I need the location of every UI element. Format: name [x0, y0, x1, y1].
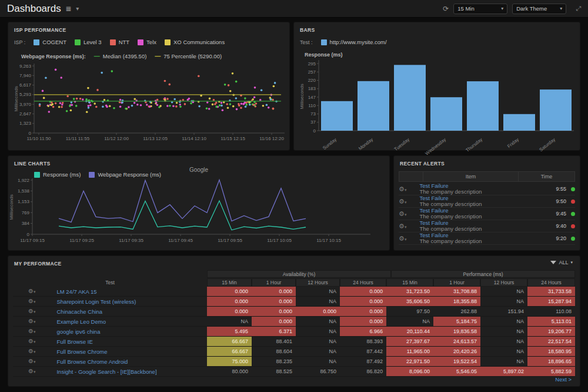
interval-value: 15 Min — [457, 5, 475, 12]
table-row[interactable]: ⚙▾Full Browse Chrome Android75.00088.235… — [13, 357, 575, 367]
legend-item[interactable]: NTT — [110, 39, 129, 45]
value-cell: NA — [480, 287, 527, 297]
next-page-link[interactable]: Next > — [555, 376, 572, 383]
gear-icon[interactable]: ⚙▾ — [399, 223, 406, 230]
theme-select[interactable]: Dark Theme ▾ — [512, 4, 566, 14]
bar-friday[interactable] — [503, 114, 535, 131]
value-cell: 18,355.88 — [433, 297, 480, 307]
bar-saturday[interactable] — [540, 89, 572, 131]
legend-item[interactable]: COGENT — [34, 39, 66, 45]
gear-icon[interactable]: ⚙▾ — [28, 348, 35, 354]
alert-row[interactable]: ⚙▾Test FailureThe company description9:5… — [399, 195, 575, 208]
col-header[interactable]: 12 Hours — [480, 278, 527, 287]
legend-item-median[interactable]: — Median (4395.50) — [94, 53, 146, 59]
test-name-link[interactable]: Full Browse IE — [56, 338, 92, 345]
gear-icon[interactable]: ⚙▾ — [28, 298, 35, 304]
scatter-point — [75, 105, 78, 107]
value-cell: 18,580.95 — [527, 347, 575, 357]
gear-icon[interactable]: ⚙▾ — [28, 288, 35, 294]
test-name-link[interactable]: Full Browse Chrome — [56, 348, 107, 355]
scatter-point — [173, 98, 176, 101]
table-row[interactable]: ⚙▾Sharepoint Login Test (wireless)0.0000… — [13, 297, 575, 307]
filter-all-button[interactable]: ALL ▾ — [550, 260, 573, 265]
bar-wednesday[interactable] — [430, 97, 462, 131]
legend-swatch — [34, 172, 40, 178]
test-name-link[interactable]: Chinacache China — [56, 308, 102, 315]
interval-select[interactable]: 15 Min ▾ — [453, 4, 507, 14]
value-cell: 0.000 — [252, 287, 296, 297]
status-dot — [571, 200, 575, 204]
table-row[interactable]: ⚙▾Full Browse Chrome66.66788.604NA87.442… — [13, 347, 575, 357]
page-title: Dashboards — [7, 3, 61, 15]
bar-monday[interactable] — [358, 81, 389, 131]
top-bar: Dashboards ▦ ▾ ⟳ 15 Min ▾ Dark Theme ▾ ⤢ — [0, 0, 588, 18]
gear-icon[interactable]: ⚙▾ — [399, 198, 406, 205]
grid-icon[interactable]: ▦ — [66, 5, 71, 12]
col-header[interactable]: 15 Min — [207, 278, 252, 287]
legend-item[interactable]: Level 3 — [75, 39, 102, 45]
scatter-point — [59, 102, 62, 105]
scatter-point — [66, 95, 69, 98]
bar-thursday[interactable] — [467, 81, 499, 131]
table-row[interactable]: ⚙▾LM 24/7 AKA 150.0000.000NA0.00031,723.… — [13, 287, 575, 297]
legend-item-test[interactable]: http://www.mysite.com/ — [321, 39, 387, 45]
col-header[interactable]: 24 Hours — [340, 278, 386, 287]
gear-icon[interactable]: ⚙▾ — [399, 211, 406, 217]
gear-icon[interactable]: ⚙▾ — [28, 308, 35, 314]
value-cell: 5,184.75 — [433, 317, 480, 327]
bar-tuesday[interactable] — [394, 65, 426, 131]
test-name-link[interactable]: LM 24/7 AKA 15 — [56, 288, 96, 295]
isp-scatter-chart: 01,3232,6473,9705,2936,6177,9409,26311/1… — [13, 61, 286, 148]
expand-icon[interactable]: ⤢ — [576, 5, 581, 12]
group-spacer — [13, 270, 207, 278]
gear-icon[interactable]: ⚙▾ — [399, 235, 406, 242]
test-name-link[interactable]: google ipv6 china — [56, 328, 100, 335]
alert-row[interactable]: ⚙▾Test FailureThe company description9:4… — [399, 208, 575, 220]
gear-icon[interactable]: ⚙▾ — [28, 338, 35, 344]
alert-row[interactable]: ⚙▾Test FailureThe company description9:2… — [399, 232, 575, 245]
value-cell: 88.235 — [252, 357, 296, 367]
alert-row[interactable]: ⚙▾Test FailureThe company description9:4… — [399, 220, 575, 232]
col-header[interactable]: 24 Hours — [527, 278, 575, 287]
legend-item[interactable]: XO Communications — [165, 39, 225, 45]
col-header[interactable]: 1 Hour — [433, 278, 480, 287]
value-cell: NA — [296, 327, 340, 337]
value-cell: 22,971.50 — [386, 357, 433, 367]
gear-icon[interactable]: ⚙▾ — [28, 368, 35, 374]
col-header[interactable]: 12 Hours — [296, 278, 340, 287]
alert-row[interactable]: ⚙▾Test FailureThe company description9:5… — [399, 183, 575, 195]
gear-icon[interactable]: ⚙▾ — [28, 328, 35, 334]
scatter-point — [184, 103, 186, 105]
gear-icon[interactable]: ⚙▾ — [28, 318, 35, 324]
gear-icon[interactable]: ⚙▾ — [28, 358, 35, 364]
scatter-point — [244, 97, 246, 99]
scatter-point — [131, 105, 133, 107]
panel-title: LINE CHARTS — [14, 161, 51, 167]
test-name-link[interactable]: Example Leo Demo — [56, 318, 105, 325]
scatter-point — [121, 101, 123, 104]
caret-down-icon[interactable]: ▾ — [76, 5, 79, 12]
col-header[interactable]: 1 Hour — [252, 278, 296, 287]
test-name-link[interactable]: Insight - Google Search - [IE][Backbone] — [56, 368, 156, 375]
col-header[interactable]: 15 Min — [386, 278, 433, 287]
table-row[interactable]: ⚙▾Chinacache China0.0000.0000.0000.00097… — [13, 307, 575, 317]
legend-swatch — [110, 39, 116, 45]
gear-icon[interactable]: ⚙▾ — [399, 186, 406, 192]
legend-item[interactable]: Telx — [138, 39, 156, 45]
table-row[interactable]: ⚙▾google ipv6 china5.4956.371NA6.96620,1… — [13, 327, 575, 337]
scatter-point — [71, 104, 74, 106]
test-name-link[interactable]: Full Browse Chrome Android — [56, 358, 128, 365]
svg-text:11/17 09:35: 11/17 09:35 — [119, 238, 143, 243]
legend-item-percentile[interactable]: — 75 Percentile (5290.00) — [155, 53, 222, 59]
table-row[interactable]: ⚙▾Example Leo DemoNA0.000NA0.000NA5,184.… — [13, 317, 575, 327]
percentile-line-swatch: — — [155, 53, 161, 59]
chevron-down-icon: ▾ — [570, 260, 573, 265]
table-row[interactable]: ⚙▾Insight - Google Search - [IE][Backbon… — [13, 367, 575, 377]
scatter-point — [66, 110, 68, 112]
test-name-link[interactable]: Sharepoint Login Test (wireless) — [56, 298, 136, 305]
alert-description: The company description — [419, 226, 482, 232]
bar-sunday[interactable] — [321, 101, 353, 131]
table-row[interactable]: ⚙▾Full Browse IE66.66788.401NA88.39327,3… — [13, 337, 575, 347]
refresh-icon[interactable]: ⟳ — [443, 5, 449, 13]
col-test: Test — [13, 278, 207, 287]
